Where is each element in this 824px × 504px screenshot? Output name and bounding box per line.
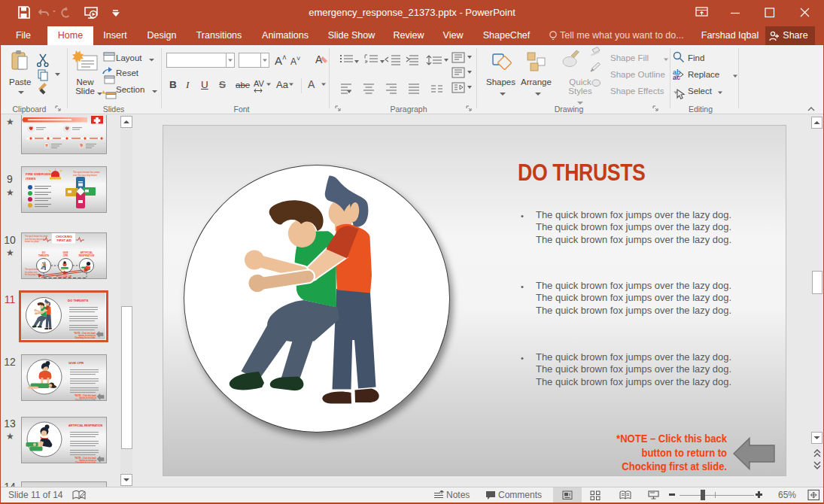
- svg-text:CPR: CPR: [63, 254, 68, 257]
- svg-text:ac: ac: [673, 74, 680, 81]
- svg-text:FIRST AID: FIRST AID: [57, 238, 72, 242]
- svg-text:THRUSTS: THRUSTS: [38, 254, 49, 257]
- svg-text:FIRE EMERGENCY: FIRE EMERGENCY: [26, 172, 56, 176]
- svg-text:The quick brown fox jumps: The quick brown fox jumps: [25, 235, 49, 238]
- svg-text:ARTIFICIAL RESPIRATION: ARTIFICIAL RESPIRATION: [68, 424, 103, 427]
- svg-text:fox jumps over: fox jumps over: [25, 271, 38, 274]
- svg-text:RESPIRATION: RESPIRATION: [79, 254, 94, 257]
- svg-text:over the lazy dog quick: over the lazy dog quick: [25, 238, 45, 241]
- svg-text:Chocking first at slide.: Chocking first at slide.: [74, 336, 96, 339]
- svg-text:the lazy dog fox: the lazy dog fox: [25, 273, 39, 276]
- svg-text:over the lazy dog brown: over the lazy dog brown: [73, 174, 97, 177]
- svg-text:DO THRUSTS: DO THRUSTS: [68, 299, 88, 302]
- svg-text:ITEMS: ITEMS: [26, 177, 35, 181]
- svg-text:brown fox jumps: brown fox jumps: [25, 240, 40, 243]
- svg-text:FOLLOW UP: FOLLOW UP: [56, 275, 72, 278]
- svg-text:Chocking first at slide.: Chocking first at slide.: [75, 461, 96, 463]
- svg-text:The quick brown: The quick brown: [25, 268, 40, 271]
- svg-text:GIVE CPR: GIVE CPR: [68, 361, 84, 365]
- svg-text:Chocking first at slide.: Chocking first at slide.: [75, 399, 96, 400]
